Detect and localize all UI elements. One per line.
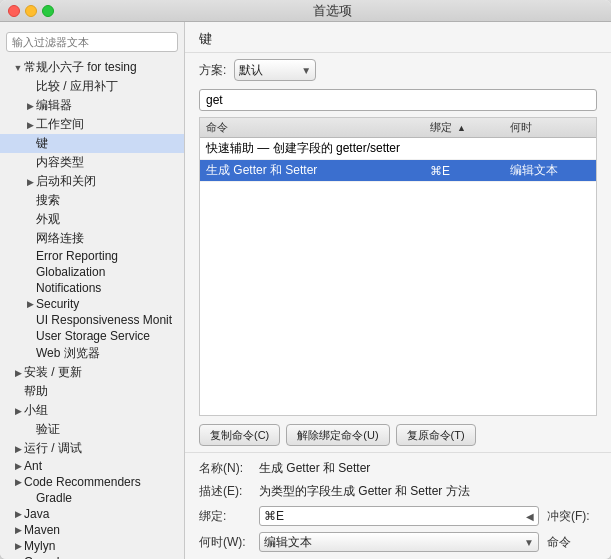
arrow-icon: ▶: [12, 509, 24, 519]
sidebar-item-label: Web 浏览器: [36, 345, 100, 362]
right-panel: 键 方案: 默认 ▼ 命令 绑定 ▲: [185, 22, 611, 559]
unbind-command-button[interactable]: 解除绑定命令(U): [286, 424, 389, 446]
col-bind-header: 绑定 ▲: [430, 120, 510, 135]
detail-section: 名称(N): 生成 Getter 和 Setter 描述(E): 为类型的字段生…: [185, 452, 611, 559]
arrow-icon: ▶: [24, 120, 36, 130]
when-cell: 编辑文本: [510, 162, 590, 179]
maximize-button[interactable]: [42, 5, 54, 17]
sidebar-item-content-types[interactable]: 内容类型: [0, 153, 184, 172]
bind-input[interactable]: ⌘E ◀: [259, 506, 539, 526]
sidebar-item-java[interactable]: ▶ Java: [0, 506, 184, 522]
name-label: 名称(N):: [199, 460, 259, 477]
sidebar-item-maven[interactable]: ▶ Maven: [0, 522, 184, 538]
panel-section-title: 键: [185, 22, 611, 53]
scheme-row: 方案: 默认 ▼: [185, 53, 611, 87]
scheme-label: 方案:: [199, 62, 226, 79]
window-title: 首选项: [62, 2, 603, 20]
command-table: 命令 绑定 ▲ 何时 快速辅助 — 创建字段的 getter/setter 生成…: [199, 117, 597, 416]
sidebar-item-security[interactable]: ▶ Security: [0, 296, 184, 312]
sidebar-item-label: Notifications: [36, 281, 101, 295]
sidebar-item-auth[interactable]: 验证: [0, 420, 184, 439]
sidebar-item-gradle[interactable]: Gradle: [0, 490, 184, 506]
search-input[interactable]: [199, 89, 597, 111]
copy-command-button[interactable]: 复制命令(C): [199, 424, 280, 446]
desc-label: 描述(E):: [199, 483, 259, 500]
arrow-icon: ▶: [24, 177, 36, 187]
sidebar-item-ant[interactable]: ▶ Ant: [0, 458, 184, 474]
sidebar-item-workspace[interactable]: ▶ 工作空间: [0, 115, 184, 134]
arrow-icon: ▶: [12, 525, 24, 535]
sidebar-item-label: 启动和关闭: [36, 173, 96, 190]
bind-input-value: ⌘E: [264, 509, 526, 523]
arrow-icon: ▶: [12, 368, 24, 378]
sidebar-item-keymap[interactable]: 键: [0, 134, 184, 153]
chevron-right-icon: ◀: [526, 511, 534, 522]
table-row[interactable]: 生成 Getter 和 Setter ⌘E 编辑文本: [200, 160, 596, 182]
sidebar-item-network[interactable]: 网络连接: [0, 229, 184, 248]
sidebar-item-oomph[interactable]: Oomph: [0, 554, 184, 559]
filter-input[interactable]: [6, 32, 178, 52]
sidebar-item-install[interactable]: ▶ 安装 / 更新: [0, 363, 184, 382]
when-select[interactable]: 编辑文本 ▼: [259, 532, 539, 552]
sidebar-item-mylyn[interactable]: ▶ Mylyn: [0, 538, 184, 554]
sidebar-item-label: 帮助: [24, 383, 48, 400]
table-row[interactable]: 快速辅助 — 创建字段的 getter/setter: [200, 138, 596, 160]
sidebar-item-label: Error Reporting: [36, 249, 118, 263]
sidebar-item-error-reporting[interactable]: Error Reporting: [0, 248, 184, 264]
sidebar-item-label: Ant: [24, 459, 42, 473]
sidebar-item-code-recommenders[interactable]: ▶ Code Recommenders: [0, 474, 184, 490]
sidebar-item-compare[interactable]: 比较 / 应用补丁: [0, 77, 184, 96]
chevron-down-icon: ▼: [524, 537, 534, 548]
when-select-value: 编辑文本: [264, 534, 524, 551]
desc-value: 为类型的字段生成 Getter 和 Setter 方法: [259, 483, 597, 500]
arrow-icon: ▶: [12, 477, 24, 487]
sidebar-item-appearance[interactable]: 外观: [0, 210, 184, 229]
traffic-lights: [8, 5, 54, 17]
sidebar-item-label: 编辑器: [36, 97, 72, 114]
sidebar-item-globalization[interactable]: Globalization: [0, 264, 184, 280]
scheme-select-value: 默认: [239, 62, 299, 79]
close-button[interactable]: [8, 5, 20, 17]
sidebar-item-startup[interactable]: ▶ 启动和关闭: [0, 172, 184, 191]
sidebar-item-label: 内容类型: [36, 154, 84, 171]
sidebar-item-web-browser[interactable]: Web 浏览器: [0, 344, 184, 363]
sort-icon: ▲: [457, 123, 466, 133]
arrow-icon: ▶: [12, 406, 24, 416]
sidebar-item-run-debug[interactable]: ▶ 运行 / 调试: [0, 439, 184, 458]
sidebar-item-label: 安装 / 更新: [24, 364, 82, 381]
bind-cell: ⌘E: [430, 164, 510, 178]
arrow-icon: ▶: [12, 461, 24, 471]
scheme-select[interactable]: 默认 ▼: [234, 59, 316, 81]
sidebar-item-ui-responsiveness[interactable]: UI Responsiveness Monit: [0, 312, 184, 328]
detail-when-row: 何时(W): 编辑文本 ▼ 命令: [199, 529, 597, 555]
sidebar-item-user-storage[interactable]: User Storage Service: [0, 328, 184, 344]
sidebar-item-normal[interactable]: ▼ 常规小六子 for tesing: [0, 58, 184, 77]
filter-input-wrap: [0, 28, 184, 58]
minimize-button[interactable]: [25, 5, 37, 17]
sidebar-item-label: 验证: [36, 421, 60, 438]
sidebar-item-notifications[interactable]: Notifications: [0, 280, 184, 296]
sidebar-item-label: 小组: [24, 402, 48, 419]
search-box-wrap: [185, 87, 611, 115]
sidebar-item-label: 键: [36, 135, 48, 152]
sidebar-item-label: Security: [36, 297, 79, 311]
sidebar-item-label: Java: [24, 507, 49, 521]
chevron-down-icon: ▼: [301, 65, 311, 76]
restore-command-button[interactable]: 复原命令(T): [396, 424, 476, 446]
detail-desc-row: 描述(E): 为类型的字段生成 Getter 和 Setter 方法: [199, 480, 597, 503]
main-content: ▼ 常规小六子 for tesing 比较 / 应用补丁 ▶ 编辑器 ▶ 工作空…: [0, 22, 611, 559]
sidebar-item-search[interactable]: 搜索: [0, 191, 184, 210]
col-command-header: 命令: [206, 120, 430, 135]
sidebar-item-label: 运行 / 调试: [24, 440, 82, 457]
sidebar-item-small-group[interactable]: ▶ 小组: [0, 401, 184, 420]
sidebar-item-label: User Storage Service: [36, 329, 150, 343]
sidebar-item-label: 工作空间: [36, 116, 84, 133]
sidebar-item-label: Code Recommenders: [24, 475, 141, 489]
sidebar-item-help[interactable]: 帮助: [0, 382, 184, 401]
sidebar-item-label: 比较 / 应用补丁: [36, 78, 118, 95]
arrow-icon: ▶: [24, 101, 36, 111]
arrow-icon: ▼: [12, 63, 24, 73]
sidebar-item-label: UI Responsiveness Monit: [36, 313, 172, 327]
sidebar-item-editor[interactable]: ▶ 编辑器: [0, 96, 184, 115]
table-header: 命令 绑定 ▲ 何时: [200, 118, 596, 138]
